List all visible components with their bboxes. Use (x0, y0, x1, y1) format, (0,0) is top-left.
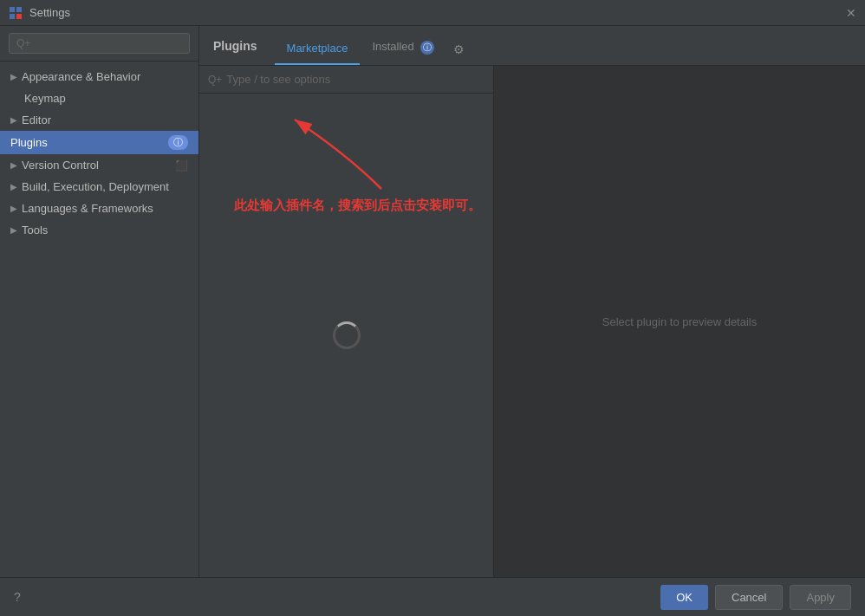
tab-installed-label: Installed (372, 40, 413, 53)
content-area: Plugins Marketplace Installed ⓘ ⚙ Q+ (199, 26, 865, 577)
annotation-arrow-svg (243, 102, 416, 206)
plugins-header: Plugins Marketplace Installed ⓘ ⚙ (199, 26, 865, 66)
sidebar-item-plugins[interactable]: Plugins ⓘ (0, 131, 198, 154)
sidebar-item-label: Keymap (24, 92, 66, 105)
arrow-icon: ▶ (10, 160, 17, 170)
sidebar: ▶ Appearance & Behavior Keymap ▶ Editor … (0, 26, 199, 577)
sidebar-item-build[interactable]: ▶ Build, Execution, Deployment (0, 176, 198, 198)
tab-bar: Marketplace Installed ⓘ ⚙ (275, 35, 851, 65)
svg-rect-1 (16, 7, 22, 12)
plugin-search-bar: Q+ (199, 66, 493, 94)
cancel-button[interactable]: Cancel (715, 585, 783, 610)
sidebar-item-label: Editor (22, 113, 51, 126)
plugin-search-input[interactable] (226, 73, 485, 86)
svg-rect-0 (10, 7, 15, 12)
plugin-list-panel: Q+ (199, 66, 494, 577)
help-button[interactable]: ? (14, 590, 21, 604)
tab-installed[interactable]: Installed ⓘ (360, 35, 446, 65)
tab-marketplace-label: Marketplace (287, 42, 348, 55)
sidebar-item-label: Languages & Frameworks (22, 202, 153, 215)
arrow-icon: ▶ (10, 115, 17, 125)
arrow-icon: ▶ (10, 72, 17, 81)
sidebar-nav: ▶ Appearance & Behavior Keymap ▶ Editor … (0, 62, 198, 577)
preview-hint-text: Select plugin to preview details (602, 315, 758, 328)
sidebar-item-keymap[interactable]: Keymap (0, 88, 198, 109)
title-bar: Settings ✕ (0, 0, 865, 26)
arrow-icon: ▶ (10, 225, 17, 235)
ok-button[interactable]: OK (660, 585, 708, 610)
sidebar-item-label: Appearance & Behavior (22, 70, 140, 83)
apply-button[interactable]: Apply (790, 585, 851, 610)
sidebar-item-label: Build, Execution, Deployment (22, 180, 169, 193)
plugin-content: Q+ (199, 66, 865, 577)
title-bar-left: Settings (9, 6, 70, 20)
sidebar-item-languages[interactable]: ▶ Languages & Frameworks (0, 198, 198, 219)
sidebar-item-version-control[interactable]: ▶ Version Control ⬛ (0, 154, 198, 176)
installed-badge: ⓘ (420, 41, 434, 55)
sidebar-item-label: Plugins (10, 136, 48, 149)
window-title: Settings (29, 6, 70, 19)
sidebar-item-label: Tools (22, 224, 48, 237)
sidebar-item-appearance[interactable]: ▶ Appearance & Behavior (0, 66, 198, 88)
svg-rect-2 (10, 14, 15, 19)
annotation-text: 此处输入插件名，搜索到后点击安装即可。 (234, 198, 481, 214)
sidebar-search-container (0, 26, 198, 62)
close-button[interactable]: ✕ (846, 7, 856, 19)
sidebar-item-label: Version Control (22, 159, 99, 172)
help-icon: ? (14, 590, 21, 604)
plugin-preview-panel: Select plugin to preview details (494, 66, 865, 577)
arrow-icon: ▶ (10, 204, 17, 213)
plugins-badge: ⓘ (168, 135, 188, 150)
bottom-buttons: OK Cancel Apply (660, 585, 851, 610)
plugin-list-body: 此处输入插件名，搜索到后点击安装即可。 (199, 94, 493, 577)
app-icon (9, 6, 23, 20)
gear-icon: ⚙ (453, 42, 465, 56)
tab-gear[interactable]: ⚙ (453, 42, 465, 65)
sidebar-item-editor[interactable]: ▶ Editor (0, 109, 198, 131)
main-layout: ▶ Appearance & Behavior Keymap ▶ Editor … (0, 26, 865, 577)
copy-icon: ⬛ (175, 159, 188, 172)
search-icon: Q+ (208, 74, 222, 86)
loading-spinner (333, 321, 361, 349)
tab-marketplace[interactable]: Marketplace (275, 36, 361, 65)
sidebar-search-input[interactable] (9, 33, 190, 54)
plugins-title: Plugins (213, 39, 257, 62)
arrow-icon: ▶ (10, 182, 17, 191)
svg-rect-3 (16, 14, 22, 19)
bottom-bar: ? OK Cancel Apply (0, 577, 865, 616)
sidebar-item-tools[interactable]: ▶ Tools (0, 219, 198, 241)
